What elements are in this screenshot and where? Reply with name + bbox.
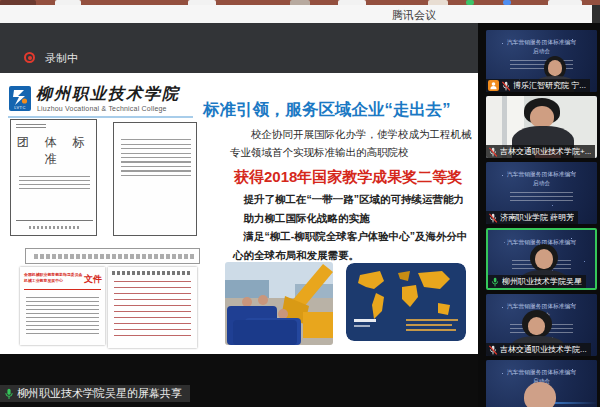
- logo-underline: [8, 116, 193, 118]
- bullet-2: 助力柳工国际化战略的实施: [233, 209, 475, 228]
- doc-footer-text: [29, 226, 79, 229]
- award-heading: 获得2018年国家教学成果奖二等奖: [234, 168, 462, 187]
- red-doc-line1: 全国机械职业教育教学指导委员会: [24, 272, 72, 277]
- microphone-muted-icon: [488, 147, 498, 157]
- participant-video-3[interactable]: 汽车营销服务团体标准编写 启动会 济南职业学院 薛明芳: [486, 162, 597, 224]
- table-rows: [114, 281, 191, 341]
- standard-content-page: [113, 122, 197, 236]
- red-doc-line2: 机械工业教育发展中心: [24, 278, 72, 283]
- red-doc-header: 全国机械职业教育教学指导委员会 机械工业教育发展中心: [24, 272, 86, 284]
- recording-label: 录制中: [45, 51, 78, 66]
- participant-name: 博乐汇智研究院 宁...: [513, 80, 586, 91]
- participant-video-2[interactable]: 吉林交通职业技术学院+...: [486, 96, 597, 158]
- microphone-muted-icon: [501, 81, 511, 91]
- red-doc-body-lines: [26, 297, 99, 337]
- backdrop-line1: 汽车营销服务团体标准编写: [496, 38, 587, 46]
- recording-icon: [24, 52, 35, 63]
- microphone-on-icon: [490, 277, 500, 287]
- logo-badge-text: LVTC: [11, 105, 29, 110]
- host-badge-icon: [488, 80, 499, 91]
- bullet-3: 满足“柳工-柳职院全球客户体验中心”及海外分中心的全球布局和发展需要。: [233, 227, 475, 264]
- doc-corner-text: [16, 124, 46, 129]
- shared-screen-view[interactable]: 录制中 LVTC 柳州职业技术学院 Liuzhou Vocational & T…: [0, 23, 478, 407]
- slide-intro: 校企协同开展国际化办学，使学校成为工程机械专业领域首个实现标准输出的高职院校: [230, 125, 474, 162]
- participant-name: 柳州职业技术学院吴星: [502, 276, 582, 287]
- standard-list-banner: [25, 248, 200, 264]
- school-logo: LVTC: [9, 86, 31, 111]
- participants-sidebar[interactable]: 汽车营销服务团体标准编写 启动会 博乐汇智研究院 宁...: [478, 23, 600, 407]
- slide-bullets: 提升了柳工在“一带一路”区域的可持续运营能力 助力柳工国际化战略的实施 满足“柳…: [233, 190, 475, 265]
- bullet-1: 提升了柳工在“一带一路”区域的可持续运营能力: [233, 190, 475, 209]
- standard-list-table-page: [108, 267, 197, 348]
- participant-name: 吉林交通职业技术学院...: [500, 344, 587, 355]
- backdrop-line2: 启动会: [496, 179, 587, 187]
- participant-namebar: 博乐汇智研究院 宁...: [486, 79, 590, 92]
- doc-text-lines: [121, 139, 191, 177]
- titlebar-corner: [592, 5, 600, 23]
- backdrop-smalltext: [510, 192, 572, 201]
- presentation-slide: LVTC 柳州职业技术学院 Liuzhou Vocational & Techn…: [0, 73, 478, 354]
- doc-text-lines: [19, 176, 90, 190]
- participant-namebar: 柳州职业技术学院吴星: [488, 275, 586, 288]
- share-bottom-bar: 柳州职业技术学院吴星的屏幕共享: [0, 354, 478, 407]
- meeting-titlebar[interactable]: 腾讯会议: [0, 5, 592, 24]
- world-map-image: [346, 263, 466, 341]
- screen-share-banner: 柳州职业技术学院吴星的屏幕共享: [0, 385, 190, 402]
- microphone-muted-icon: [488, 213, 498, 223]
- red-doc-stamp: 文件: [84, 273, 102, 286]
- recording-statusbar: 录制中: [0, 23, 478, 73]
- participant-video-6[interactable]: 汽车营销服务团体标准编写 启动会 段钟礼: [486, 360, 597, 407]
- school-name-zh: 柳州职业技术学院: [36, 84, 180, 105]
- group-standard-title: 团 体 标 准: [11, 134, 96, 168]
- person: [524, 382, 556, 407]
- window-title: 腾讯会议: [392, 8, 436, 23]
- backdrop-line1: 汽车营销服务团体标准编写: [496, 302, 587, 310]
- participant-namebar: 济南职业学院 薛明芳: [486, 211, 578, 224]
- doc-footer-rule: [16, 220, 93, 221]
- table-heading: [112, 271, 192, 275]
- participant-namebar: 吉林交通职业技术学院...: [486, 343, 591, 356]
- backdrop-line1: 汽车营销服务团体标准编写: [496, 368, 587, 376]
- slide-title: 标准引领，服务区域企业“走出去”: [203, 99, 478, 121]
- participant-video-1[interactable]: 汽车营销服务团体标准编写 启动会 博乐汇智研究院 宁...: [486, 30, 597, 92]
- participant-video-4[interactable]: 汽车营销服务团体标准编写 启动会 柳州职业技术学院吴星: [486, 228, 597, 290]
- group-standard-document: 团 体 标 准: [10, 119, 97, 236]
- school-name-en: Liuzhou Vocational & Technical College: [37, 105, 167, 112]
- microphone-muted-icon: [488, 345, 498, 355]
- participant-namebar: 吉林交通职业技术学院+...: [486, 145, 595, 158]
- backdrop-line1: 汽车营销服务团体标准编写: [496, 170, 587, 178]
- excavator-group-photo: [225, 262, 333, 345]
- participant-name: 济南职业学院 薛明芳: [500, 212, 574, 223]
- microphone-on-icon: [4, 388, 14, 400]
- official-red-header-document: 全国机械职业教育教学指导委员会 机械工业教育发展中心 文件: [20, 267, 105, 345]
- share-banner-label: 柳州职业技术学院吴星的屏幕共享: [17, 386, 182, 401]
- participant-name: 吉林交通职业技术学院+...: [500, 146, 591, 157]
- backdrop-line2: 启动会: [496, 47, 587, 55]
- banner-text-line: [34, 254, 194, 259]
- participant-video-5[interactable]: 汽车营销服务团体标准编写 启动会 吉林交通职业技术学院...: [486, 294, 597, 356]
- red-doc-rule: [24, 289, 101, 290]
